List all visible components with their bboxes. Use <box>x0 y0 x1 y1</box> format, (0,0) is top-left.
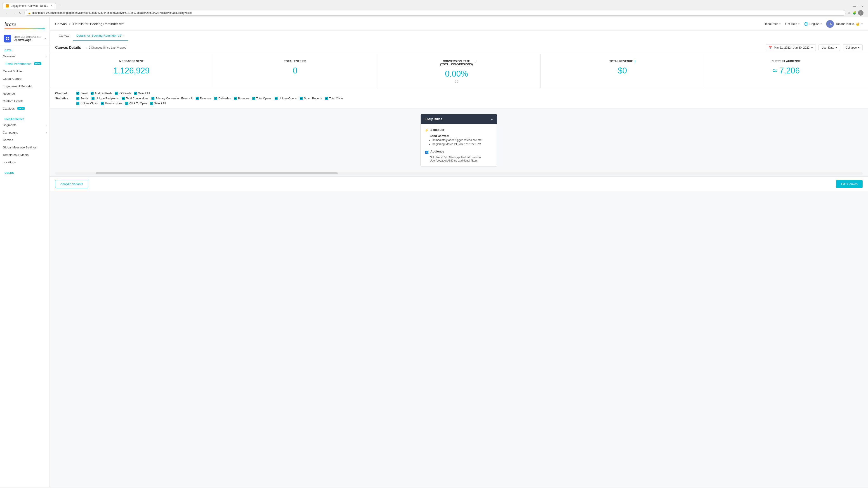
sidebar-item-templates-media[interactable]: Templates & Media <box>0 151 50 159</box>
expand-icon[interactable]: ⤢ <box>475 60 477 63</box>
breadcrumb-part2: Details for 'Booking Reminder V2' <box>73 22 124 26</box>
stat-unique-clicks[interactable]: Unique Clicks <box>76 102 98 105</box>
channel-ios-push-checkbox[interactable] <box>115 92 118 95</box>
entry-schedule-section: ⚡ Schedule Send Canvas: immediately afte… <box>425 128 493 146</box>
tab-canvas-details[interactable]: Details for 'Booking Reminder V2' × <box>73 31 128 41</box>
sidebar-item-global-message-settings[interactable]: Global Message Settings <box>0 144 50 151</box>
custom-events-label: Custom Events <box>3 99 24 103</box>
stat-select-all[interactable]: Select All <box>150 102 166 105</box>
resources-button[interactable]: Resources ▾ <box>764 22 781 26</box>
channel-ios-push[interactable]: iOS Push <box>115 92 131 95</box>
revenue-info-icon[interactable]: ℹ <box>634 60 636 63</box>
sidebar-item-email-performance[interactable]: Email Performance NEW <box>0 60 50 68</box>
new-tab-button[interactable]: + <box>57 1 64 9</box>
sidebar-item-revenue[interactable]: Revenue <box>0 90 50 97</box>
browser-restore[interactable]: □ <box>858 5 860 8</box>
page-tabs: Canvas Details for 'Booking Reminder V2'… <box>50 31 868 41</box>
stat-unsubscribes[interactable]: Unsubscribes <box>101 102 122 105</box>
bookmark-star-icon[interactable]: ☆ <box>848 11 850 15</box>
sidebar-item-catalogs[interactable]: Catalogs NEW <box>0 105 50 112</box>
tab-canvas-details-close[interactable]: × <box>123 34 125 37</box>
date-range-text: Mar 21, 2022 - Jun 30, 2022 <box>774 46 809 49</box>
browser-tab-active[interactable]: 🔶 Engagement - Canvas - Detai... ✕ <box>2 3 56 9</box>
braze-logo: braze <box>4 21 23 27</box>
analyze-variants-button[interactable]: Analyze Variants <box>55 180 88 188</box>
reload-button[interactable]: ↻ <box>18 11 23 15</box>
stat-sends[interactable]: Sends <box>76 97 88 100</box>
browser-minimize[interactable]: — <box>853 5 856 8</box>
sidebar-item-segments[interactable]: Segments › <box>0 121 50 129</box>
locations-label: Locations <box>3 161 16 164</box>
channel-select-all-checkbox[interactable] <box>134 92 137 95</box>
total-revenue-label: TOTAL REVENUE ℹ <box>545 60 700 63</box>
extension-icon[interactable]: 🧩 <box>852 11 856 15</box>
back-button[interactable]: ← <box>4 11 9 15</box>
svg-rect-2 <box>8 37 9 38</box>
channel-email[interactable]: Email <box>76 92 88 95</box>
segments-arrow: › <box>46 124 47 126</box>
user-menu-button[interactable]: TK Tatiana Koike 👑 ▾ <box>826 20 863 28</box>
date-range-button[interactable]: 📅 Mar 21, 2022 - Jun 30, 2022 ▾ <box>766 44 816 51</box>
language-button[interactable]: 🌐 English ▾ <box>804 22 822 26</box>
stat-primary-conversion[interactable]: Primary Conversion Event - A <box>151 97 193 100</box>
browser-chrome: 🔶 Engagement - Canvas - Detai... ✕ + — □… <box>0 0 868 17</box>
stat-total-opens[interactable]: Total Opens <box>252 97 272 100</box>
workspace-name: UponVoyage <box>13 38 42 41</box>
tab-canvas[interactable]: Canvas <box>55 31 73 41</box>
forward-button[interactable]: → <box>11 11 16 15</box>
stat-bounces[interactable]: Bounces <box>234 97 249 100</box>
stat-unique-recipients[interactable]: Unique Recipients <box>92 97 119 100</box>
stat-total-clicks[interactable]: Total Clicks <box>325 97 343 100</box>
sidebar-item-overview[interactable]: Overview ▾ <box>0 53 50 60</box>
user-avatar: TK <box>826 20 834 28</box>
revenue-label: Revenue <box>3 92 15 95</box>
entry-rules-title: Entry Rules <box>425 117 442 121</box>
stat-revenue[interactable]: Revenue <box>196 97 211 100</box>
channel-row: Channel: Email Android Push iOS Push <box>55 92 863 95</box>
edit-canvas-button[interactable]: Edit Canvas <box>836 180 863 188</box>
sidebar-item-locations[interactable]: Locations <box>0 159 50 166</box>
sidebar-section-users: USERS <box>0 168 50 175</box>
channel-android-push[interactable]: Android Push <box>91 92 112 95</box>
stat-total-conversions[interactable]: Total Conversions <box>122 97 148 100</box>
user-profile-icon[interactable]: T <box>858 10 864 15</box>
sidebar-item-custom-events[interactable]: Custom Events <box>0 97 50 105</box>
sidebar-item-campaigns[interactable]: Campaigns › <box>0 129 50 136</box>
stat-unique-opens[interactable]: Unique Opens <box>275 97 297 100</box>
channel-select-all[interactable]: Select All <box>134 92 150 95</box>
messages-sent-value: 1,126,929 <box>54 66 209 75</box>
current-audience-value: ≈ 7,206 <box>709 66 864 75</box>
channel-android-push-checkbox[interactable] <box>91 92 94 95</box>
campaigns-label: Campaigns <box>3 131 18 134</box>
resources-chevron: ▾ <box>779 23 780 25</box>
workspace-selector[interactable]: Braze vILT Demo Com... UponVoyage ▾ <box>0 32 50 45</box>
overview-label: Overview <box>3 55 16 58</box>
stat-spam-reports[interactable]: Spam Reports <box>300 97 322 100</box>
sidebar-item-canvas[interactable]: Canvas <box>0 136 50 144</box>
stat-deliveries[interactable]: Deliveries <box>214 97 231 100</box>
browser-close[interactable]: ✕ <box>861 5 864 8</box>
collapse-button[interactable]: Collapse ▾ <box>843 44 863 51</box>
templates-media-label: Templates & Media <box>3 153 29 157</box>
stat-click-to-open[interactable]: Click To Open <box>125 102 147 105</box>
sidebar-item-global-control[interactable]: Global Control <box>0 75 50 83</box>
campaigns-arrow: › <box>46 131 47 134</box>
entry-rules-header[interactable]: Entry Rules ∧ <box>421 114 497 124</box>
audience-icon: 👥 <box>425 150 429 154</box>
sidebar-item-report-builder[interactable]: Report Builder <box>0 68 50 75</box>
entry-rules-collapse-icon[interactable]: ∧ <box>491 118 493 121</box>
sidebar-item-engagement-reports[interactable]: Engagement Reports <box>0 83 50 90</box>
current-audience-label: CURRENT AUDIENCE <box>709 60 864 63</box>
sidebar: braze Braze vILT Demo Com... UponVoyage … <box>0 17 50 487</box>
user-data-button[interactable]: User Data ▾ <box>818 44 840 51</box>
tab-close-btn[interactable]: ✕ <box>51 4 53 7</box>
url-bar[interactable]: 🔒 dashboard-06.braze.com/engagement/canv… <box>24 10 846 15</box>
horizontal-scrollbar[interactable] <box>55 172 863 175</box>
entry-audience-header: 👥 Audience <box>425 150 493 154</box>
get-help-button[interactable]: Get Help ▾ <box>785 22 799 26</box>
channel-email-checkbox[interactable] <box>76 92 79 95</box>
language-chevron: ▾ <box>820 23 822 25</box>
total-entries-value: 0 <box>218 66 372 75</box>
canvas-body: Entry Rules ∧ ⚡ Schedule Send Canvas: <box>50 108 868 172</box>
statistics-label: Statistics: <box>55 97 73 100</box>
